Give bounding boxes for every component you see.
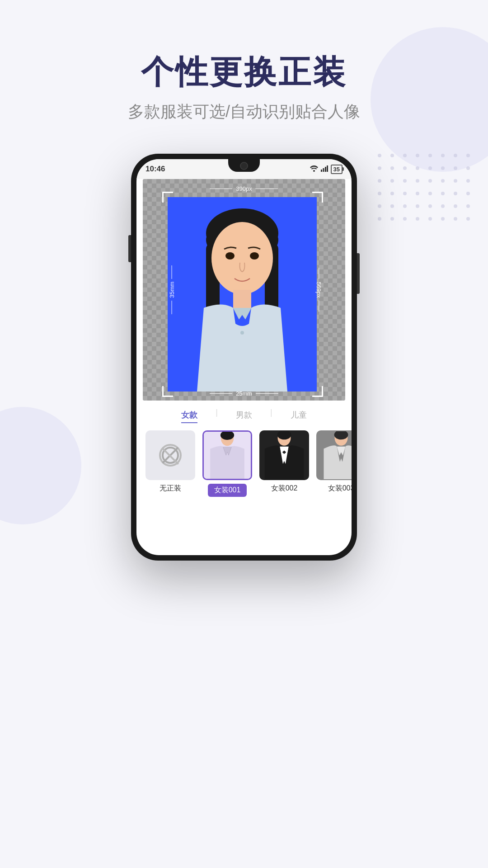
clothing-selector: 女款 | 男款 | 儿童	[136, 401, 352, 506]
dot-pattern-decoration: const dp = document.querySelector('.dot-…	[378, 154, 474, 225]
volume-button	[128, 235, 131, 262]
no-outfit-icon	[159, 444, 182, 467]
phone-notch	[228, 159, 260, 172]
crop-corner-tl	[162, 192, 173, 203]
wifi-icon	[310, 165, 318, 173]
clothing-label-female002: 女装002	[271, 484, 298, 493]
dim-label-left: 35mm	[167, 265, 175, 314]
clothing-tabs: 女款 | 男款 | 儿童	[136, 408, 352, 423]
bg-decoration-circle-left	[0, 407, 81, 524]
clothing-options-list: 无正装	[136, 430, 352, 506]
clothing-item-female002[interactable]: 女装002	[259, 430, 309, 497]
clothing-label-none: 无正装	[160, 484, 181, 493]
crop-frame	[162, 192, 323, 397]
clothing-thumb-female002	[259, 430, 309, 480]
crop-corner-br	[312, 386, 323, 397]
clothing-item-female001[interactable]: 女装001	[202, 430, 252, 497]
svg-point-28	[334, 430, 348, 439]
svg-point-24	[277, 430, 291, 439]
status-time: 10:46	[145, 165, 165, 174]
svg-point-20	[221, 430, 234, 440]
tab-divider-2: |	[270, 408, 272, 423]
tab-child[interactable]: 儿童	[291, 408, 307, 423]
clothing-item-none[interactable]: 无正装	[145, 430, 195, 497]
signal-icon	[321, 165, 328, 173]
phone-screen: 10:46	[136, 159, 352, 555]
battery-level: 35	[333, 166, 340, 173]
battery-icon: 35	[331, 165, 343, 174]
tab-female[interactable]: 女款	[181, 408, 197, 423]
svg-point-0	[313, 170, 315, 172]
svg-line-16	[163, 448, 178, 463]
tab-male[interactable]: 男款	[236, 408, 252, 423]
clothing-thumb-female003	[316, 430, 352, 480]
status-right: 35	[310, 165, 343, 174]
clothing-thumb-none	[145, 430, 195, 480]
dim-label-bottom: 25mm	[210, 388, 278, 397]
svg-rect-4	[327, 165, 328, 172]
svg-rect-3	[325, 167, 326, 172]
svg-rect-2	[323, 168, 324, 172]
svg-rect-1	[321, 170, 322, 172]
clothing-item-female003[interactable]: 女装003	[316, 430, 352, 497]
phone-mockup: 10:46	[131, 154, 357, 561]
main-title: 个性更换正装	[0, 54, 488, 90]
crop-corner-tr	[312, 192, 323, 203]
sub-title: 多款服装可选/自动识别贴合人像	[0, 101, 488, 123]
crop-corner-bl	[162, 386, 173, 397]
power-button	[357, 253, 360, 294]
tab-divider-1: |	[216, 408, 218, 423]
header-section: 个性更换正装 多款服装可选/自动识别贴合人像	[0, 54, 488, 123]
dim-label-top: 390px	[210, 184, 278, 192]
clothing-thumb-female001	[202, 430, 252, 480]
clothing-label-female003: 女装003	[328, 484, 352, 493]
clothing-label-female001: 女装001	[208, 484, 247, 497]
dim-label-right: 569px	[315, 268, 324, 311]
phone-frame: 10:46	[131, 154, 357, 561]
photo-editor: 390px	[143, 179, 345, 401]
